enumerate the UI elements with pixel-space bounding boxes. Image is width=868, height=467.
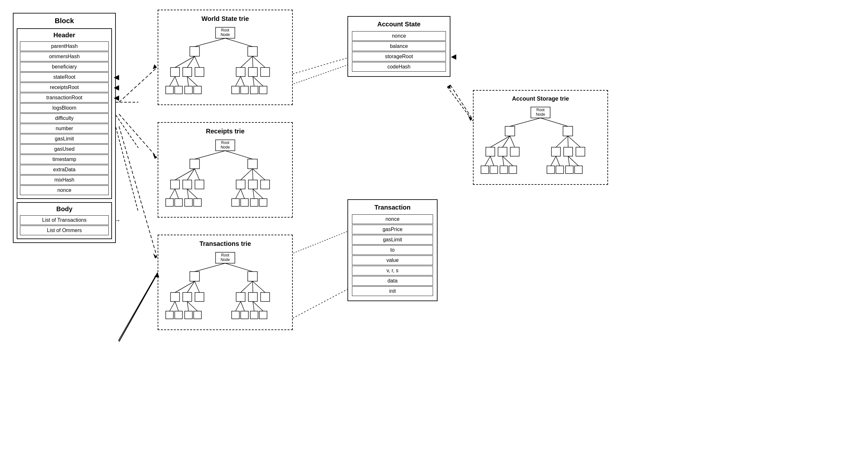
field-tx-to: to: [352, 245, 433, 255]
svg-rect-137: [500, 166, 508, 173]
svg-rect-86: [170, 293, 180, 301]
storage-tree-svg: Root Node: [479, 105, 601, 179]
svg-line-4: [447, 87, 476, 125]
svg-rect-82: [190, 272, 199, 281]
svg-line-101: [175, 301, 179, 311]
svg-line-15: [225, 38, 253, 46]
svg-line-113: [253, 301, 263, 311]
svg-rect-133: [481, 166, 489, 173]
svg-line-42: [253, 76, 254, 86]
svg-rect-122: [498, 147, 507, 156]
svg-line-97: [253, 281, 265, 293]
svg-line-109: [241, 301, 245, 311]
svg-rect-33: [194, 86, 202, 94]
field-gasLimit: gasLimit: [20, 134, 109, 144]
svg-line-43: [253, 76, 263, 86]
svg-rect-28: [166, 86, 174, 94]
svg-rect-41: [259, 86, 267, 94]
field-nonce-acc: nonce: [352, 31, 446, 41]
svg-rect-32: [185, 86, 192, 94]
svg-line-66: [175, 189, 179, 199]
diagram-container: Block Header parentHash ommersHash benef…: [0, 0, 868, 467]
svg-rect-48: [248, 159, 257, 169]
receipts-trie-panel: Receipts trie Root Node: [158, 122, 293, 218]
svg-line-136: [490, 156, 494, 166]
transactions-trie-panel: Transactions trie Root Node: [158, 235, 293, 330]
svg-line-108: [236, 301, 241, 311]
svg-line-20: [187, 56, 195, 67]
receiptsroot-arrow: ◀: [114, 84, 119, 91]
svg-line-156: [293, 289, 347, 318]
svg-line-34: [187, 76, 189, 86]
svg-line-25: [241, 56, 253, 67]
svg-line-120: [540, 118, 568, 126]
svg-line-50: [225, 151, 253, 159]
svg-rect-106: [231, 311, 239, 319]
svg-rect-128: [564, 147, 573, 156]
svg-rect-87: [183, 293, 192, 301]
svg-line-100: [169, 301, 175, 311]
svg-text:Node: Node: [536, 112, 545, 117]
svg-rect-117: [505, 126, 515, 136]
transaction-panel: Transaction nonce gasPrice gasLimit to v…: [347, 199, 438, 301]
svg-line-126: [510, 136, 515, 147]
field-mixHash: mixHash: [20, 175, 109, 185]
transactionroot-arrow: ◀: [114, 94, 119, 102]
field-balance: balance: [352, 41, 446, 51]
svg-line-104: [187, 301, 189, 311]
svg-line-135: [485, 156, 490, 166]
svg-line-90: [187, 281, 195, 293]
svg-rect-102: [185, 311, 192, 319]
svg-line-155: [293, 58, 347, 74]
svg-rect-93: [248, 293, 257, 301]
svg-rect-24: [260, 67, 270, 76]
svg-text:Root: Root: [536, 108, 545, 112]
svg-rect-138: [509, 166, 517, 173]
svg-line-7: [118, 267, 161, 341]
svg-text:Node: Node: [221, 32, 230, 37]
svg-marker-154: [153, 253, 157, 258]
svg-rect-23: [248, 67, 257, 76]
field-timestamp: timestamp: [20, 155, 109, 164]
svg-rect-98: [166, 311, 174, 319]
block-panel: Block Header parentHash ommersHash benef…: [13, 13, 116, 243]
svg-marker-158: [468, 116, 472, 121]
svg-marker-152: [153, 154, 157, 159]
svg-line-30: [169, 76, 175, 86]
svg-line-140: [502, 156, 513, 166]
field-tx-vrs: v, r, s: [352, 266, 433, 275]
block-title: Block: [17, 17, 112, 25]
field-gasUsed: gasUsed: [20, 144, 109, 154]
svg-line-69: [187, 189, 189, 199]
field-stateRoot: stateRoot ◀: [20, 72, 109, 82]
svg-rect-94: [260, 293, 270, 301]
body-panel: Body List of Transactions → List of Omme…: [17, 202, 112, 239]
svg-rect-71: [231, 199, 239, 206]
receipts-tree-svg: Root Node: [164, 138, 286, 212]
svg-rect-129: [576, 147, 585, 156]
svg-line-95: [241, 281, 253, 293]
svg-line-54: [175, 169, 195, 180]
svg-rect-18: [195, 67, 204, 76]
world-state-trie-title: World State trie: [163, 15, 287, 23]
svg-line-56: [195, 169, 199, 180]
svg-rect-123: [510, 147, 519, 156]
svg-rect-17: [183, 67, 192, 76]
field-ommersHash: ommersHash: [20, 52, 109, 61]
svg-rect-141: [547, 166, 555, 173]
svg-rect-83: [248, 272, 257, 281]
svg-rect-134: [490, 166, 498, 173]
svg-line-159: [119, 273, 158, 342]
world-state-tree-svg: Root Node: [164, 26, 286, 100]
svg-rect-63: [166, 199, 174, 206]
svg-rect-92: [236, 293, 245, 301]
svg-line-89: [175, 281, 195, 293]
svg-line-65: [169, 189, 175, 199]
world-state-trie-panel: World State trie Root Node: [158, 10, 293, 105]
svg-line-125: [502, 136, 510, 147]
svg-line-62: [253, 169, 265, 180]
svg-line-153: [119, 126, 157, 257]
svg-line-112: [253, 301, 254, 311]
svg-line-70: [187, 189, 197, 199]
svg-line-130: [556, 136, 568, 147]
